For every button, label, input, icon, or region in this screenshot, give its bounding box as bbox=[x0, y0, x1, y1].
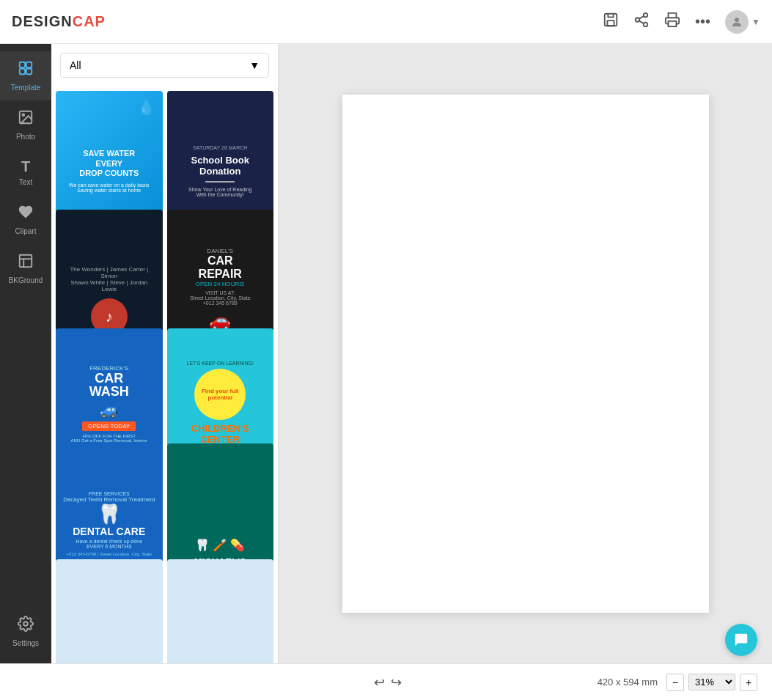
chat-bubble-button[interactable] bbox=[725, 624, 757, 656]
sidebar-label-settings: Settings bbox=[12, 639, 39, 647]
header-icons: ••• ▼ bbox=[603, 10, 760, 34]
text-icon: T bbox=[21, 158, 30, 175]
children-lets-keep: LET'S KEEP ON LEARNING! bbox=[187, 361, 254, 366]
svg-point-2 bbox=[644, 13, 648, 18]
sidebar-item-settings[interactable]: Settings bbox=[0, 607, 51, 656]
svg-line-6 bbox=[639, 16, 644, 19]
dental-title: DENTAL CARE bbox=[73, 526, 145, 537]
zoom-in-button[interactable]: + bbox=[740, 674, 757, 691]
svg-rect-10 bbox=[26, 62, 32, 67]
book-date: SATURDAY 26 MARCH bbox=[193, 145, 247, 150]
main-layout: Template Photo T Text Clipart BKGround bbox=[0, 44, 772, 663]
canvas-area bbox=[279, 44, 772, 663]
dropdown-chevron-icon[interactable]: ▼ bbox=[751, 17, 760, 27]
clipart-icon bbox=[18, 204, 34, 224]
car-wash-title: CARWASH bbox=[89, 372, 129, 398]
photo-icon bbox=[18, 109, 34, 130]
sidebar-label-template: Template bbox=[11, 84, 41, 92]
svg-line-5 bbox=[639, 21, 644, 23]
template-panel: All ▼ SAVE WATEREVERYDROP COUNTS We can … bbox=[51, 44, 279, 663]
dental-sub: Have a dental check up doneEVERY 6 MONTH… bbox=[76, 539, 142, 549]
sidebar-item-text[interactable]: T Text bbox=[0, 150, 51, 195]
template-card-placeholder-1[interactable] bbox=[56, 559, 163, 663]
band-participants: The Wonders | James Carter | SimonShawn … bbox=[63, 266, 155, 292]
svg-rect-11 bbox=[20, 69, 25, 74]
car-repair-title: CARREPAIR bbox=[199, 254, 242, 281]
svg-rect-12 bbox=[26, 69, 32, 74]
template-grid: SAVE WATEREVERYDROP COUNTS We can save w… bbox=[51, 86, 278, 663]
logo-cap: CAP bbox=[73, 13, 106, 29]
svg-rect-1 bbox=[608, 21, 614, 26]
zoom-select[interactable]: 31% 50% 75% 100% bbox=[688, 674, 735, 690]
dental-contact: +012 345-6789 | Street Location, City, S… bbox=[67, 552, 152, 556]
svg-point-4 bbox=[644, 23, 648, 26]
children-circle: Find your full potential bbox=[194, 369, 246, 420]
logo-design: DESIGN bbox=[12, 13, 73, 29]
children-title: CHILDREN'SCENTER bbox=[191, 423, 249, 445]
zoom-controls: − 31% 50% 75% 100% + bbox=[666, 674, 757, 691]
save-water-title: SAVE WATEREVERYDROP COUNTS bbox=[79, 149, 139, 178]
category-dropdown[interactable]: All ▼ bbox=[60, 53, 269, 78]
canvas-paper bbox=[342, 95, 709, 613]
dimension-label: 420 x 594 mm bbox=[598, 677, 658, 688]
logo: DESIGNCAP bbox=[12, 13, 106, 30]
undo-button[interactable]: ↩ bbox=[374, 674, 385, 690]
dental-tooth-icon: 🦷 bbox=[98, 503, 121, 526]
sidebar-bottom: Settings bbox=[0, 607, 51, 663]
book-sub: Show Your Love of ReadingWith the Commun… bbox=[188, 187, 251, 197]
sidebar-label-clipart: Clipart bbox=[15, 227, 37, 235]
sidebar-item-clipart[interactable]: Clipart bbox=[0, 195, 51, 244]
template-card-placeholder-2[interactable] bbox=[167, 559, 274, 663]
car-repair-open: OPEN 24 HOURS! bbox=[196, 281, 245, 287]
svg-point-18 bbox=[23, 622, 28, 626]
bkground-icon bbox=[18, 253, 34, 273]
sidebar-item-bkground[interactable]: BKGround bbox=[0, 244, 51, 293]
svg-rect-9 bbox=[20, 62, 25, 67]
dental-free: FREE SERVICES bbox=[89, 491, 130, 496]
header-right: ▼ bbox=[725, 10, 760, 34]
sidebar-item-template[interactable]: Template bbox=[0, 51, 51, 100]
dropdown-arrow-icon: ▼ bbox=[249, 59, 260, 71]
car-wash-icon: 🚙 bbox=[100, 401, 118, 419]
zoom-out-button[interactable]: − bbox=[666, 674, 684, 691]
svg-rect-15 bbox=[20, 255, 32, 268]
car-repair-brand: DANIEL'S bbox=[207, 248, 233, 254]
book-title: School BookDonation bbox=[191, 155, 249, 177]
panel-header: All ▼ bbox=[51, 44, 278, 86]
bottom-bar: ↩ ↪ 420 x 594 mm − 31% 50% 75% 100% + bbox=[0, 663, 772, 700]
car-wash-opens: OPENS TODAY bbox=[82, 421, 136, 431]
share-icon[interactable] bbox=[633, 12, 650, 32]
sidebar: Template Photo T Text Clipart BKGround bbox=[0, 44, 51, 663]
save-water-sub: We can save water on a daily basisSaving… bbox=[69, 183, 150, 193]
sidebar-item-photo[interactable]: Photo bbox=[0, 100, 51, 150]
sidebar-label-photo: Photo bbox=[16, 133, 35, 141]
more-icon[interactable]: ••• bbox=[695, 13, 710, 30]
michaels-icons: 🦷 🪥 💊 bbox=[195, 538, 245, 552]
print-icon[interactable] bbox=[664, 12, 680, 32]
redo-button[interactable]: ↪ bbox=[391, 674, 402, 690]
sidebar-label-text: Text bbox=[19, 178, 32, 186]
svg-point-3 bbox=[636, 18, 640, 22]
water-drops-icon: 💧 bbox=[137, 98, 155, 116]
undo-redo-controls: ↩ ↪ bbox=[15, 674, 402, 690]
settings-icon bbox=[18, 616, 34, 636]
svg-point-8 bbox=[735, 18, 739, 22]
category-value: All bbox=[70, 59, 81, 71]
svg-point-14 bbox=[22, 114, 24, 116]
avatar[interactable] bbox=[725, 10, 749, 34]
children-circle-text: Find your full potential bbox=[194, 385, 246, 404]
car-repair-visit: VISIT US AT:Street Location, City, State… bbox=[190, 290, 251, 306]
header: DESIGNCAP ••• ▼ bbox=[0, 0, 772, 44]
save-icon[interactable] bbox=[603, 12, 619, 32]
template-icon bbox=[18, 60, 34, 81]
dental-decayed: Decayed Teeth Removal Treatment bbox=[63, 496, 155, 503]
svg-rect-7 bbox=[669, 21, 677, 26]
sidebar-label-bkground: BKGround bbox=[9, 276, 43, 284]
